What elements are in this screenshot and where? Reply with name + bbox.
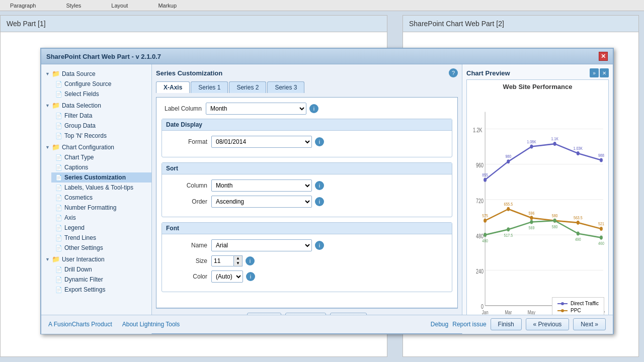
chart-svg: 0 240 480 720 960 1.2K <box>467 92 608 316</box>
svg-text:1.08K: 1.08K <box>527 139 536 144</box>
tree-label-dataselection: Data Selection <box>62 102 101 109</box>
tab-series2[interactable]: Series 2 <box>229 81 266 93</box>
lightning-link[interactable]: About Lightning Tools <box>122 321 180 328</box>
font-size-control: ▲ ▼ i <box>211 255 255 266</box>
tab-xaxis[interactable]: X-Axis <box>156 81 190 93</box>
sidebar-item-select-fields[interactable]: 📄 Select Fields <box>51 89 151 99</box>
sidebar-item-group-data[interactable]: 📄 Group Data <box>51 121 151 131</box>
finish-button[interactable]: Finish <box>491 318 522 330</box>
sidebar-item-captions[interactable]: 📄 Captions <box>51 162 151 172</box>
svg-text:720: 720 <box>476 197 484 204</box>
sort-column-info-icon[interactable]: i <box>315 181 324 190</box>
sidebar-item-top-records[interactable]: 📄 Top 'N' Records <box>51 131 151 141</box>
fusionchart-link[interactable]: A FusionCharts Product <box>48 321 112 328</box>
next-button[interactable]: Next » <box>573 318 606 330</box>
sidebar-item-legend[interactable]: 📄 Legend <box>51 223 151 233</box>
tree-header-dataselection[interactable]: ▼ 📁 Data Selection <box>41 100 151 111</box>
font-name-select[interactable]: ArialVerdanaTimes New RomanCalibri <box>211 239 312 251</box>
font-name-info-icon[interactable]: i <box>315 241 324 250</box>
topbar-layout: Layout <box>111 3 128 9</box>
webpart1-title: Web Part [1] <box>1 16 387 32</box>
sidebar-item-number-formatting[interactable]: 📄 Number Formatting <box>51 203 151 213</box>
triangle-icon: ▼ <box>45 257 50 262</box>
format-info-icon[interactable]: i <box>315 137 324 146</box>
spinner-up-button[interactable]: ▲ <box>234 256 242 261</box>
prev-button[interactable]: « Previous <box>526 318 570 330</box>
label-column-select[interactable]: MonthYearDayQuarter <box>206 103 306 115</box>
tree-label-userinteraction: User Interaction <box>62 256 105 263</box>
sidebar-item-axis[interactable]: 📄 Axis <box>51 213 151 223</box>
tab-series3[interactable]: Series 3 <box>267 81 304 93</box>
doc-icon: 📄 <box>55 133 62 139</box>
sidebar-item-series-customization[interactable]: 📄 Series Customization <box>51 172 151 183</box>
sidebar-item-trend-lines[interactable]: 📄 Trend Lines <box>51 233 151 243</box>
svg-point-34 <box>530 216 533 220</box>
chart-close-button[interactable]: ✕ <box>600 68 609 77</box>
svg-point-44 <box>484 233 487 237</box>
tree-header-chartconfig[interactable]: ▼ 📁 Chart Configuration <box>41 142 151 152</box>
font-size-info-icon[interactable]: i <box>246 256 255 265</box>
sort-column-select[interactable]: MonthYearDay <box>211 179 312 192</box>
sidebar-item-other-settings[interactable]: 📄 Other Settings <box>51 243 151 253</box>
font-size-input[interactable] <box>211 255 234 266</box>
report-link[interactable]: Report issue <box>452 321 486 328</box>
doc-icon: 📄 <box>55 123 62 129</box>
tree-section-userinteraction: ▼ 📁 User Interaction 📄 Drill Down 📄 Dyna… <box>41 254 151 295</box>
sidebar-item-label: Series Customization <box>64 174 126 181</box>
label-column-info-icon[interactable]: i <box>309 104 318 113</box>
chart-expand-button[interactable]: » <box>590 68 599 77</box>
sidebar-item-export-settings[interactable]: 📄 Export Settings <box>51 285 151 295</box>
sidebar-item-chart-type[interactable]: 📄 Chart Type <box>51 152 151 162</box>
doc-icon: 📄 <box>55 215 62 221</box>
doc-icon: 📄 <box>55 245 62 251</box>
sidebar-item-labels-values[interactable]: 📄 Labels, Values & Tool-tips <box>51 183 151 193</box>
date-display-header: Date Display <box>162 119 452 131</box>
svg-point-49 <box>600 236 603 240</box>
footer-links: A FusionCharts Product About Lightning T… <box>48 321 180 328</box>
sidebar-item-dynamic-filter[interactable]: 📄 Dynamic Filter <box>51 275 151 285</box>
svg-point-46 <box>530 220 533 224</box>
sort-order-select[interactable]: AscendingDescending <box>211 196 312 208</box>
svg-text:460: 460 <box>598 240 604 246</box>
svg-text:1.1K: 1.1K <box>551 136 558 141</box>
tree-header-datasource[interactable]: ▼ 📁 Data Source <box>41 68 151 79</box>
format-control: 08/01/2014MM/DD/YYYYDD/MM/YYYYYYYY-MM-DD… <box>211 136 324 148</box>
svg-point-48 <box>577 231 580 235</box>
sidebar-item-cosmetics[interactable]: 📄 Cosmetics <box>51 193 151 203</box>
sidebar-item-label: Trend Lines <box>64 234 96 241</box>
svg-point-25 <box>600 158 603 162</box>
svg-point-23 <box>553 142 556 146</box>
svg-text:490: 490 <box>575 236 581 242</box>
top-bar: Paragraph Styles Layout Markup <box>0 0 644 11</box>
sidebar-item-filter-data[interactable]: 📄 Filter Data <box>51 111 151 121</box>
sort-order-info-icon[interactable]: i <box>315 197 324 206</box>
close-button[interactable]: ✕ <box>599 52 608 61</box>
sidebar-item-drill-down[interactable]: 📄 Drill Down <box>51 264 151 275</box>
doc-icon: 📄 <box>55 235 62 241</box>
sidebar-item-label: Number Formatting <box>64 204 116 211</box>
chart-panel: Chart Preview » ✕ Web Site Performance 0… <box>462 64 613 334</box>
font-color-info-icon[interactable]: i <box>246 272 255 281</box>
svg-text:563.5: 563.5 <box>574 215 583 220</box>
font-section: Font Name ArialVerdanaTimes New RomanCal… <box>162 222 452 292</box>
sidebar-item-label: Dynamic Filter <box>64 276 103 283</box>
tab-series1[interactable]: Series 1 <box>191 81 228 93</box>
tree-header-userinteraction[interactable]: ▼ 📁 User Interaction <box>41 254 151 264</box>
help-button[interactable]: ? <box>449 68 458 77</box>
spinner-buttons: ▲ ▼ <box>234 255 243 266</box>
tree-section-datasource: ▼ 📁 Data Source 📄 Configure Source 📄 Sel… <box>41 68 151 99</box>
spinner-down-button[interactable]: ▼ <box>234 261 242 266</box>
debug-link[interactable]: Debug <box>431 321 448 328</box>
label-column-control: MonthYearDayQuarter i <box>206 103 318 115</box>
svg-text:980: 980 <box>505 153 511 159</box>
sidebar-item-label: Captions <box>64 164 88 171</box>
folder-icon-userinteraction: 📁 <box>52 255 60 263</box>
doc-icon: 📄 <box>55 174 62 181</box>
font-color-select[interactable]: (Auto)BlackRedBlue <box>211 270 243 283</box>
section-title: Series Customization <box>156 69 222 77</box>
svg-text:1.2K: 1.2K <box>473 127 482 134</box>
legend-label-direct: Direct Traffic <box>571 301 599 306</box>
topbar-markup: Markup <box>158 3 177 9</box>
format-select[interactable]: 08/01/2014MM/DD/YYYYDD/MM/YYYYYYYY-MM-DD <box>211 136 312 148</box>
sidebar-item-configure-source[interactable]: 📄 Configure Source <box>51 79 151 89</box>
